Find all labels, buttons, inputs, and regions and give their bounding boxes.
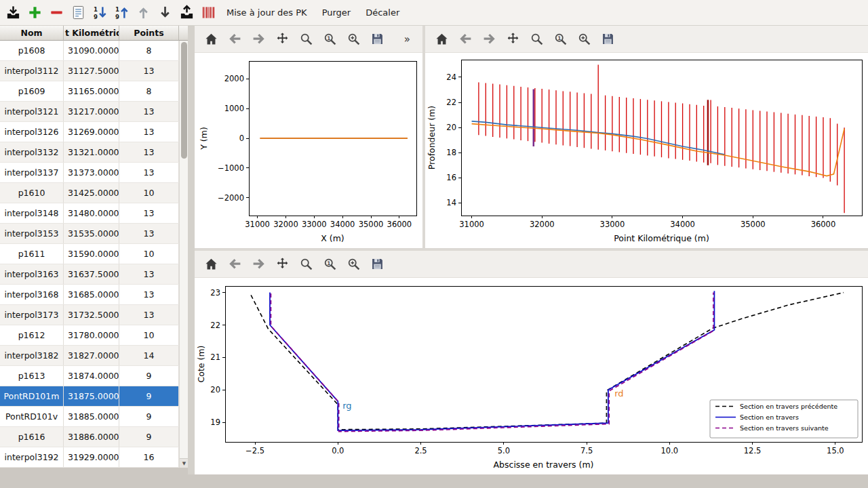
forward-icon bbox=[252, 32, 266, 46]
zoom-one-button[interactable]: 1 bbox=[552, 31, 568, 47]
pan-button[interactable] bbox=[505, 31, 521, 47]
forward-button[interactable] bbox=[481, 31, 497, 47]
vertical-scrollbar[interactable]: ▼ bbox=[179, 41, 188, 468]
table-row[interactable]: interpol319231929.000016 bbox=[0, 447, 179, 468]
save-button[interactable] bbox=[369, 256, 385, 272]
home-button[interactable] bbox=[203, 256, 219, 272]
zoom-button[interactable] bbox=[528, 31, 545, 47]
move-up-button[interactable] bbox=[133, 3, 153, 23]
table-row[interactable]: interpol317331732.500013 bbox=[0, 305, 179, 325]
svg-text:16: 16 bbox=[446, 173, 456, 182]
svg-text:Section en travers: Section en travers bbox=[740, 413, 799, 421]
name-cell: interpol3121 bbox=[0, 102, 64, 121]
menu-purge[interactable]: Purger bbox=[315, 3, 358, 23]
table-row[interactable]: PontRD101v31885.00009 bbox=[0, 407, 179, 427]
zoom-button[interactable] bbox=[298, 256, 314, 272]
barcode-button[interactable] bbox=[198, 3, 218, 23]
vertical-splitter[interactable] bbox=[188, 26, 195, 474]
svg-text:20: 20 bbox=[446, 123, 456, 132]
back-button[interactable] bbox=[226, 256, 243, 272]
trace-panel: 1» 310003200033000340003500036000−2000−1… bbox=[195, 26, 422, 248]
home-button[interactable] bbox=[203, 31, 219, 47]
name-cell: interpol3192 bbox=[0, 447, 64, 467]
pk-cell: 31269.0000 bbox=[64, 122, 119, 142]
table-row[interactable]: interpol316831685.000013 bbox=[0, 285, 179, 305]
table-row[interactable]: p161031425.000010 bbox=[0, 183, 179, 203]
name-cell: p1610 bbox=[0, 183, 64, 203]
svg-text:rg: rg bbox=[342, 401, 351, 411]
table-row[interactable]: p160931165.00008 bbox=[0, 81, 179, 102]
column-header-nom[interactable]: Nom bbox=[0, 26, 64, 41]
zoom-plus-button[interactable] bbox=[576, 31, 592, 47]
sort-ascending-button[interactable]: 19 bbox=[111, 3, 132, 23]
svg-text:Cote (m): Cote (m) bbox=[196, 346, 206, 383]
zoom-icon bbox=[299, 257, 313, 271]
toolbar-overflow-button[interactable]: » bbox=[404, 33, 410, 45]
export-button[interactable] bbox=[176, 3, 197, 23]
points-cell: 9 bbox=[119, 366, 179, 386]
menu-update-pk[interactable]: Mise à jour des PK bbox=[220, 3, 314, 23]
forward-button[interactable] bbox=[250, 31, 267, 47]
table-row[interactable]: p161231780.000010 bbox=[0, 325, 179, 346]
table-row[interactable]: interpol314831480.000013 bbox=[0, 203, 179, 224]
table-row[interactable]: interpol313731373.000013 bbox=[0, 163, 179, 183]
svg-text:35000: 35000 bbox=[741, 220, 766, 229]
back-button[interactable] bbox=[457, 31, 473, 47]
zoom-button[interactable] bbox=[298, 31, 314, 47]
import-button[interactable] bbox=[3, 3, 23, 23]
edit-button[interactable] bbox=[68, 3, 88, 23]
pan-button[interactable] bbox=[274, 31, 290, 47]
menu-shift[interactable]: Décaler bbox=[359, 3, 406, 23]
back-button[interactable] bbox=[226, 31, 243, 47]
table-row[interactable]: p161331874.00009 bbox=[0, 366, 179, 386]
table-row[interactable]: interpol313231321.000013 bbox=[0, 142, 179, 163]
pan-button[interactable] bbox=[274, 256, 290, 272]
zoom-plus-button[interactable] bbox=[345, 256, 361, 272]
table-row[interactable]: PontRD101m31875.00009 bbox=[0, 386, 179, 407]
forward-button[interactable] bbox=[250, 256, 267, 272]
profile-plot-canvas[interactable]: 3100032000330003400035000360001416182022… bbox=[425, 53, 868, 248]
move-down-button[interactable] bbox=[155, 3, 175, 23]
table-row[interactable]: interpol312631269.000013 bbox=[0, 122, 179, 142]
table-row[interactable]: p160831090.00008 bbox=[0, 41, 179, 61]
save-button[interactable] bbox=[599, 31, 616, 47]
points-cell: 13 bbox=[119, 285, 179, 304]
save-button[interactable] bbox=[369, 31, 385, 47]
pk-cell: 31885.0000 bbox=[64, 407, 119, 426]
pk-cell: 31886.0000 bbox=[64, 427, 119, 447]
table-row[interactable]: interpol318231827.000014 bbox=[0, 346, 179, 366]
sort-descending-icon: 19 bbox=[92, 5, 108, 20]
edit-icon bbox=[71, 5, 86, 20]
table-row[interactable]: interpol312131217.000013 bbox=[0, 102, 179, 122]
table-row[interactable]: interpol316331637.500013 bbox=[0, 264, 179, 285]
remove-button[interactable] bbox=[46, 3, 66, 23]
zoom-one-button[interactable]: 1 bbox=[321, 256, 338, 272]
column-header-pk[interactable]: t Kilométrique bbox=[64, 26, 119, 41]
zoom-one-button[interactable]: 1 bbox=[321, 31, 338, 47]
column-header-points[interactable]: Points bbox=[119, 26, 179, 41]
points-cell: 14 bbox=[119, 346, 179, 365]
trace-plot-canvas[interactable]: 310003200033000340003500036000−2000−1000… bbox=[195, 53, 422, 248]
sort-descending-button[interactable]: 19 bbox=[90, 3, 110, 23]
cross-section-canvas[interactable]: −2.50.02.55.07.510.012.515.01920212223Ab… bbox=[195, 278, 868, 474]
zoom-one-icon: 1 bbox=[553, 32, 568, 46]
home-icon bbox=[204, 257, 218, 271]
home-button[interactable] bbox=[433, 31, 450, 47]
cross-section-toolbar: 1 bbox=[195, 251, 868, 278]
zoom-one-icon: 1 bbox=[323, 32, 337, 46]
svg-text:−1000: −1000 bbox=[218, 163, 244, 173]
table-row[interactable]: p161131590.000010 bbox=[0, 244, 179, 264]
add-button[interactable] bbox=[24, 3, 45, 23]
name-cell: interpol3182 bbox=[0, 346, 64, 365]
scrollbar-thumb[interactable] bbox=[181, 42, 187, 159]
name-cell: PontRD101m bbox=[0, 386, 64, 406]
zoom-plus-button[interactable] bbox=[345, 31, 361, 47]
profile-panel: 1 31000320003300034000350003600014161820… bbox=[425, 26, 868, 248]
scrollbar-down-button[interactable]: ▼ bbox=[180, 458, 188, 468]
svg-text:−2.5: −2.5 bbox=[245, 446, 264, 455]
table-row[interactable]: p161631886.00009 bbox=[0, 427, 179, 447]
points-cell: 10 bbox=[119, 325, 179, 345]
table-row[interactable]: interpol311231127.500013 bbox=[0, 61, 179, 81]
pk-cell: 31874.0000 bbox=[64, 366, 119, 386]
table-row[interactable]: interpol315331535.000013 bbox=[0, 224, 179, 244]
